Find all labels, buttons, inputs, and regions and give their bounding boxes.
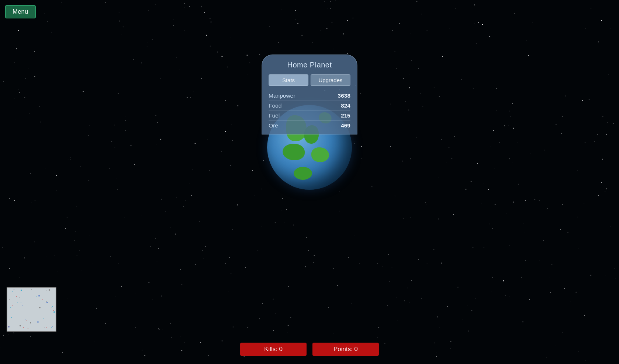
tab-row: Stats Upgrades — [269, 74, 350, 86]
minimap — [7, 287, 56, 332]
menu-button[interactable]: Menu — [5, 5, 36, 18]
stat-row-food: Food824 — [269, 101, 350, 111]
continent-3 — [283, 144, 305, 160]
stat-value-2: 215 — [341, 112, 350, 119]
stat-label-0: Manpower — [269, 92, 295, 99]
tab-stats[interactable]: Stats — [269, 74, 308, 86]
stat-value-1: 824 — [341, 102, 350, 109]
stat-row-fuel: Fuel215 — [269, 111, 350, 121]
stats-list: Manpower3638Food824Fuel215Ore469 — [269, 91, 350, 130]
points-display[interactable]: Points: 0 — [312, 343, 379, 356]
home-planet-panel: Home Planet Stats Upgrades Manpower3638F… — [262, 55, 357, 134]
bottom-bar: Kills: 0 Points: 0 — [240, 343, 379, 356]
panel-title: Home Planet — [269, 61, 350, 69]
stat-value-3: 469 — [341, 122, 350, 129]
stats-card: Home Planet Stats Upgrades Manpower3638F… — [262, 55, 357, 134]
stat-label-2: Fuel — [269, 112, 280, 119]
stat-row-manpower: Manpower3638 — [269, 91, 350, 101]
continent-5 — [294, 167, 312, 180]
stat-label-1: Food — [269, 102, 281, 109]
tab-upgrades[interactable]: Upgrades — [311, 74, 350, 86]
minimap-canvas — [7, 288, 56, 331]
stat-label-3: Ore — [269, 122, 278, 129]
stat-value-0: 3638 — [338, 92, 350, 99]
stat-row-ore: Ore469 — [269, 121, 350, 130]
kills-display[interactable]: Kills: 0 — [240, 343, 307, 356]
continent-4 — [311, 147, 329, 162]
